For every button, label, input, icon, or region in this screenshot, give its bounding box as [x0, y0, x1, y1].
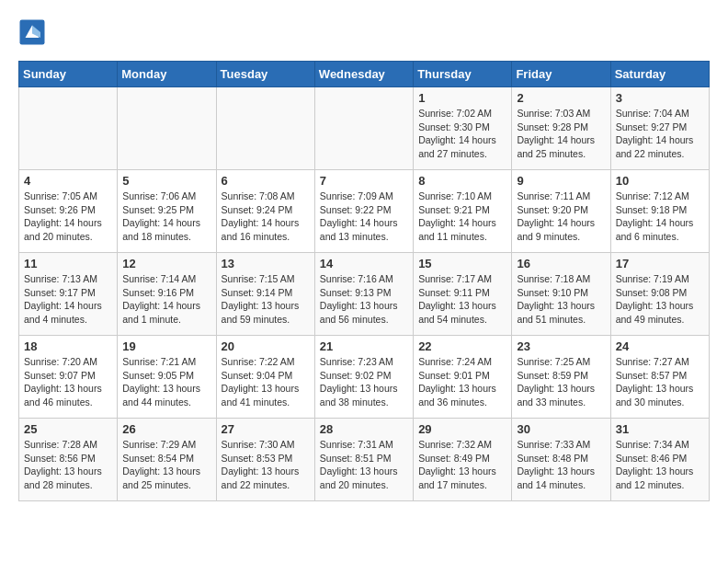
day-number: 20 — [222, 339, 310, 353]
day-number: 14 — [320, 257, 408, 270]
day-info: Sunrise: 7:12 AM Sunset: 9:18 PM Dayligh… — [616, 190, 704, 244]
header-tuesday: Tuesday — [216, 62, 314, 87]
calendar-cell: 24Sunrise: 7:27 AM Sunset: 8:57 PM Dayli… — [610, 336, 709, 419]
day-info: Sunrise: 7:03 AM Sunset: 9:28 PM Dayligh… — [517, 107, 605, 161]
header-sunday: Sunday — [19, 62, 118, 87]
calendar-cell: 19Sunrise: 7:21 AM Sunset: 9:05 PM Dayli… — [118, 336, 216, 419]
day-number: 29 — [418, 422, 506, 436]
day-info: Sunrise: 7:06 AM Sunset: 9:25 PM Dayligh… — [122, 190, 210, 244]
header-saturday: Saturday — [610, 62, 709, 87]
day-number: 18 — [24, 339, 112, 353]
calendar-cell: 31Sunrise: 7:34 AM Sunset: 8:46 PM Dayli… — [610, 419, 709, 501]
day-info: Sunrise: 7:28 AM Sunset: 8:56 PM Dayligh… — [24, 438, 112, 492]
day-number: 6 — [222, 174, 310, 188]
day-number: 10 — [616, 174, 704, 188]
header-wednesday: Wednesday — [314, 62, 413, 87]
day-number: 31 — [616, 422, 704, 436]
day-info: Sunrise: 7:23 AM Sunset: 9:02 PM Dayligh… — [320, 355, 408, 409]
day-info: Sunrise: 7:34 AM Sunset: 8:46 PM Dayligh… — [616, 438, 704, 492]
day-info: Sunrise: 7:16 AM Sunset: 9:13 PM Dayligh… — [320, 272, 408, 327]
calendar-cell: 28Sunrise: 7:31 AM Sunset: 8:51 PM Dayli… — [314, 419, 413, 501]
header-friday: Friday — [512, 62, 610, 87]
day-info: Sunrise: 7:18 AM Sunset: 9:10 PM Dayligh… — [517, 272, 605, 327]
calendar-cell: 27Sunrise: 7:30 AM Sunset: 8:53 PM Dayli… — [216, 419, 314, 501]
header-thursday: Thursday — [414, 62, 512, 87]
day-info: Sunrise: 7:25 AM Sunset: 8:59 PM Dayligh… — [517, 355, 605, 409]
calendar-cell: 12Sunrise: 7:14 AM Sunset: 9:16 PM Dayli… — [118, 253, 216, 336]
calendar-cell: 1Sunrise: 7:02 AM Sunset: 9:30 PM Daylig… — [414, 87, 512, 170]
calendar-cell: 4Sunrise: 7:05 AM Sunset: 9:26 PM Daylig… — [19, 170, 118, 253]
day-info: Sunrise: 7:20 AM Sunset: 9:07 PM Dayligh… — [24, 355, 112, 409]
day-number: 16 — [517, 257, 605, 270]
day-info: Sunrise: 7:29 AM Sunset: 8:54 PM Dayligh… — [122, 438, 210, 492]
day-number: 21 — [320, 339, 408, 353]
day-info: Sunrise: 7:32 AM Sunset: 8:49 PM Dayligh… — [418, 438, 506, 492]
day-number: 22 — [418, 339, 506, 353]
day-number: 5 — [122, 174, 210, 188]
calendar-cell: 17Sunrise: 7:19 AM Sunset: 9:08 PM Dayli… — [610, 253, 709, 336]
day-info: Sunrise: 7:04 AM Sunset: 9:27 PM Dayligh… — [616, 107, 704, 161]
day-number: 27 — [222, 422, 310, 436]
day-info: Sunrise: 7:22 AM Sunset: 9:04 PM Dayligh… — [222, 355, 310, 409]
logo — [18, 18, 50, 46]
calendar-table: SundayMondayTuesdayWednesdayThursdayFrid… — [18, 61, 710, 501]
calendar-cell: 25Sunrise: 7:28 AM Sunset: 8:56 PM Dayli… — [19, 419, 118, 501]
day-info: Sunrise: 7:17 AM Sunset: 9:11 PM Dayligh… — [418, 272, 506, 327]
day-info: Sunrise: 7:11 AM Sunset: 9:20 PM Dayligh… — [517, 190, 605, 244]
day-info: Sunrise: 7:09 AM Sunset: 9:22 PM Dayligh… — [320, 190, 408, 244]
day-number: 23 — [517, 339, 605, 353]
calendar-cell: 2Sunrise: 7:03 AM Sunset: 9:28 PM Daylig… — [512, 87, 610, 170]
day-number: 26 — [122, 422, 210, 436]
day-number: 15 — [418, 257, 506, 270]
calendar-cell: 18Sunrise: 7:20 AM Sunset: 9:07 PM Dayli… — [19, 336, 118, 419]
day-info: Sunrise: 7:15 AM Sunset: 9:14 PM Dayligh… — [222, 272, 310, 327]
calendar-week-1: 1Sunrise: 7:02 AM Sunset: 9:30 PM Daylig… — [19, 87, 710, 170]
day-number: 28 — [320, 422, 408, 436]
calendar-cell — [19, 87, 118, 170]
day-number: 11 — [24, 257, 112, 270]
calendar-cell: 22Sunrise: 7:24 AM Sunset: 9:01 PM Dayli… — [414, 336, 512, 419]
calendar-cell: 16Sunrise: 7:18 AM Sunset: 9:10 PM Dayli… — [512, 253, 610, 336]
day-info: Sunrise: 7:05 AM Sunset: 9:26 PM Dayligh… — [24, 190, 112, 244]
calendar-cell: 20Sunrise: 7:22 AM Sunset: 9:04 PM Dayli… — [216, 336, 314, 419]
day-number: 30 — [517, 422, 605, 436]
logo-icon — [18, 18, 46, 46]
day-number: 24 — [616, 339, 704, 353]
calendar-week-3: 11Sunrise: 7:13 AM Sunset: 9:17 PM Dayli… — [19, 253, 710, 336]
calendar-cell — [118, 87, 216, 170]
calendar-cell: 29Sunrise: 7:32 AM Sunset: 8:49 PM Dayli… — [414, 419, 512, 501]
day-number: 12 — [122, 257, 210, 270]
day-number: 19 — [122, 339, 210, 353]
header-monday: Monday — [118, 62, 216, 87]
day-number: 25 — [24, 422, 112, 436]
day-info: Sunrise: 7:19 AM Sunset: 9:08 PM Dayligh… — [616, 272, 704, 327]
calendar-cell: 15Sunrise: 7:17 AM Sunset: 9:11 PM Dayli… — [414, 253, 512, 336]
day-number: 4 — [24, 174, 112, 188]
day-number: 1 — [418, 91, 506, 105]
day-info: Sunrise: 7:21 AM Sunset: 9:05 PM Dayligh… — [122, 355, 210, 409]
day-number: 2 — [517, 91, 605, 105]
day-info: Sunrise: 7:02 AM Sunset: 9:30 PM Dayligh… — [418, 107, 506, 161]
calendar-cell — [314, 87, 413, 170]
page-header — [18, 18, 710, 46]
calendar-cell: 30Sunrise: 7:33 AM Sunset: 8:48 PM Dayli… — [512, 419, 610, 501]
day-number: 9 — [517, 174, 605, 188]
day-number: 7 — [320, 174, 408, 188]
calendar-week-5: 25Sunrise: 7:28 AM Sunset: 8:56 PM Dayli… — [19, 419, 710, 501]
day-info: Sunrise: 7:30 AM Sunset: 8:53 PM Dayligh… — [222, 438, 310, 492]
day-info: Sunrise: 7:08 AM Sunset: 9:24 PM Dayligh… — [222, 190, 310, 244]
calendar-cell: 21Sunrise: 7:23 AM Sunset: 9:02 PM Dayli… — [314, 336, 413, 419]
day-info: Sunrise: 7:31 AM Sunset: 8:51 PM Dayligh… — [320, 438, 408, 492]
calendar-cell: 5Sunrise: 7:06 AM Sunset: 9:25 PM Daylig… — [118, 170, 216, 253]
calendar-cell: 10Sunrise: 7:12 AM Sunset: 9:18 PM Dayli… — [610, 170, 709, 253]
calendar-week-4: 18Sunrise: 7:20 AM Sunset: 9:07 PM Dayli… — [19, 336, 710, 419]
day-number: 3 — [616, 91, 704, 105]
calendar-cell: 6Sunrise: 7:08 AM Sunset: 9:24 PM Daylig… — [216, 170, 314, 253]
day-info: Sunrise: 7:13 AM Sunset: 9:17 PM Dayligh… — [24, 272, 112, 327]
calendar-cell: 14Sunrise: 7:16 AM Sunset: 9:13 PM Dayli… — [314, 253, 413, 336]
calendar-cell: 8Sunrise: 7:10 AM Sunset: 9:21 PM Daylig… — [414, 170, 512, 253]
calendar-cell: 11Sunrise: 7:13 AM Sunset: 9:17 PM Dayli… — [19, 253, 118, 336]
calendar-cell: 26Sunrise: 7:29 AM Sunset: 8:54 PM Dayli… — [118, 419, 216, 501]
day-number: 17 — [616, 257, 704, 270]
calendar-cell: 13Sunrise: 7:15 AM Sunset: 9:14 PM Dayli… — [216, 253, 314, 336]
